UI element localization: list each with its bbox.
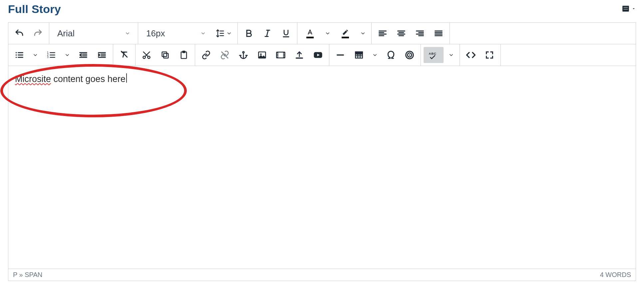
svg-point-5: [16, 57, 17, 58]
font-size-select[interactable]: 16px: [141, 25, 211, 41]
group-colors: [297, 23, 372, 44]
group-font-size: 16px: [138, 23, 238, 44]
align-left-button[interactable]: [374, 25, 391, 41]
undo-button[interactable]: [11, 25, 28, 41]
horizontal-rule-button[interactable]: [332, 47, 349, 63]
font-family-select[interactable]: Arial: [52, 25, 135, 41]
bold-button[interactable]: [240, 25, 257, 41]
chevron-down-icon: [200, 28, 206, 39]
group-alignment: [372, 23, 450, 44]
group-spell: ABC: [421, 44, 460, 66]
group-clipboard: [136, 44, 195, 66]
spellcheck-button[interactable]: ABC: [424, 47, 444, 63]
underline-button[interactable]: [278, 25, 294, 41]
code-view-button[interactable]: [463, 47, 479, 63]
text-color-swatch: [306, 37, 314, 38]
status-bar: P » SPAN 4 WORDS: [8, 269, 636, 281]
svg-point-17: [260, 53, 262, 55]
group-lists: 123: [8, 44, 113, 66]
upload-button[interactable]: [291, 47, 308, 63]
youtube-button[interactable]: [310, 47, 326, 63]
align-right-button[interactable]: [412, 25, 428, 41]
highlight-color-swatch: [342, 37, 349, 38]
editor-content[interactable]: Microsite content goes here: [8, 66, 636, 269]
svg-point-4: [16, 54, 17, 56]
redo-button[interactable]: [30, 25, 46, 41]
paste-button[interactable]: [175, 47, 192, 63]
text-color-button[interactable]: [300, 25, 320, 41]
svg-point-32: [409, 54, 410, 56]
align-center-button[interactable]: [393, 25, 410, 41]
group-clear: [113, 44, 136, 66]
group-objects: [329, 44, 421, 66]
spellcheck-dropdown[interactable]: [446, 47, 457, 63]
chevron-down-icon: [226, 30, 232, 36]
table-dropdown[interactable]: [369, 47, 381, 63]
anchor-button[interactable]: [235, 47, 252, 63]
svg-rect-1: [623, 7, 628, 8]
highlight-color-button[interactable]: [335, 25, 355, 41]
highlight-color-dropdown[interactable]: [357, 25, 369, 41]
word-count[interactable]: 4 WORDS: [600, 271, 631, 279]
group-formatting: [238, 23, 297, 44]
unordered-list-button[interactable]: [11, 47, 28, 63]
svg-rect-21: [277, 53, 278, 54]
font-size-value: 16px: [146, 28, 165, 39]
element-path[interactable]: P » SPAN: [13, 271, 42, 279]
content-rest: content goes here: [51, 74, 126, 84]
cut-button[interactable]: [138, 47, 155, 63]
header-actions[interactable]: [621, 4, 636, 14]
line-height-button[interactable]: [213, 25, 235, 41]
svg-text:3: 3: [47, 56, 49, 59]
copy-button[interactable]: [157, 47, 173, 63]
text-caret: [126, 73, 127, 83]
unordered-list-dropdown[interactable]: [30, 47, 41, 63]
font-family-value: Arial: [57, 28, 75, 39]
toolbar-row-1: Arial 16px: [8, 22, 636, 44]
fullscreen-button[interactable]: [481, 47, 498, 63]
image-button[interactable]: [254, 47, 270, 63]
svg-rect-2: [623, 9, 628, 10]
special-char-button[interactable]: [383, 47, 399, 63]
header-row: Full Story: [8, 3, 636, 16]
text-color-dropdown[interactable]: [322, 25, 333, 41]
link-button[interactable]: [198, 47, 214, 63]
content-word-misspelled: Microsite: [15, 74, 51, 84]
svg-rect-25: [284, 55, 285, 56]
group-insert: [195, 44, 329, 66]
table-button[interactable]: [351, 47, 367, 63]
ordered-list-button[interactable]: 123: [43, 47, 60, 63]
svg-rect-14: [183, 51, 185, 53]
layout-icon: [621, 4, 630, 14]
group-view: [460, 44, 500, 66]
svg-text:ABC: ABC: [429, 52, 437, 55]
group-font-family: Arial: [49, 23, 138, 44]
indent-button[interactable]: [94, 47, 110, 63]
caret-down-icon: [631, 6, 636, 12]
unlink-button[interactable]: [216, 47, 233, 63]
page-title: Full Story: [8, 3, 61, 16]
target-button[interactable]: [401, 47, 418, 63]
svg-rect-24: [284, 53, 285, 54]
italic-button[interactable]: [259, 25, 276, 41]
ordered-list-dropdown[interactable]: [62, 47, 73, 63]
svg-rect-29: [356, 52, 363, 54]
video-button[interactable]: [272, 47, 289, 63]
outdent-button[interactable]: [75, 47, 92, 63]
group-history: [8, 23, 49, 44]
svg-point-3: [16, 52, 17, 53]
align-justify-button[interactable]: [430, 25, 447, 41]
svg-rect-26: [284, 56, 285, 57]
clear-format-button[interactable]: [116, 47, 133, 63]
editor-frame: Microsite content goes here: [8, 66, 636, 269]
toolbar-row-2: 123: [8, 44, 636, 66]
svg-rect-22: [277, 55, 278, 56]
svg-rect-11: [163, 53, 168, 58]
chevron-down-icon: [125, 28, 131, 39]
svg-rect-12: [162, 52, 167, 57]
svg-rect-23: [277, 56, 278, 57]
